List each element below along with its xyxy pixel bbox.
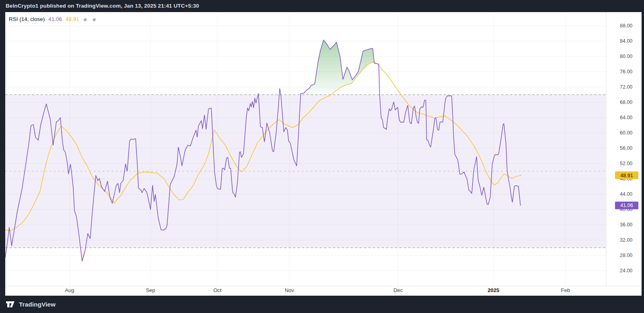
publish-banner: BeInCrypto1 published on TradingView.com…	[0, 0, 644, 12]
y-axis-tick-label: 88.00	[620, 23, 644, 29]
y-axis-tick-label: 64.00	[620, 115, 644, 120]
y-axis-tick-label: 60.00	[620, 130, 644, 136]
x-axis-month-label: Sep	[146, 287, 155, 293]
rsi-last-value: 41.06	[48, 16, 62, 22]
y-axis-tick-label: 44.00	[620, 191, 644, 197]
y-axis-tick-label: 56.00	[620, 145, 644, 151]
price-badge: 48.91	[615, 172, 638, 179]
y-axis-tick-label: 32.00	[620, 237, 644, 243]
y-axis-tick-label: 76.00	[620, 69, 644, 75]
x-axis-month-label: Oct	[213, 287, 221, 293]
x-axis-month-label: Nov	[285, 287, 294, 293]
rsi-plot-area[interactable]	[5, 12, 642, 296]
y-axis-tick-label: 68.00	[620, 99, 644, 105]
indicator-legend: RSI (14, close) 41.06 48.91 ⌀ ⌀	[9, 16, 98, 22]
y-axis-tick-label: 36.00	[620, 222, 644, 228]
y-axis-tick-label: 52.00	[620, 161, 644, 166]
indicator-title: RSI (14, close)	[9, 16, 45, 22]
tradingview-logo-icon[interactable]	[6, 300, 16, 309]
ma-last-value: 48.91	[66, 16, 79, 22]
x-axis-month-label: Feb	[561, 287, 570, 293]
chart-panel[interactable]: RSI (14, close) 41.06 48.91 ⌀ ⌀ 88.0084.…	[5, 12, 642, 296]
y-axis-tick-label: 72.00	[620, 84, 644, 90]
x-axis-month-label: Aug	[65, 287, 74, 293]
hidden-values-icon[interactable]: ⌀ ⌀	[84, 17, 98, 22]
y-axis-tick-label: 80.00	[620, 54, 644, 59]
publish-banner-text: BeInCrypto1 published on TradingView.com…	[6, 3, 199, 9]
y-axis-tick-label: 84.00	[620, 38, 644, 44]
x-axis-month-label: 2025	[488, 287, 500, 293]
y-axis-tick-label: 24.00	[620, 268, 644, 274]
footer-bar: TradingView	[0, 296, 644, 313]
tradingview-wordmark[interactable]: TradingView	[19, 301, 56, 308]
tradingview-published-chart: BeInCrypto1 published on TradingView.com…	[0, 0, 644, 313]
y-axis-tick-label: 28.00	[620, 253, 644, 258]
x-axis-month-label: Dec	[393, 287, 402, 293]
price-badge: 41.06	[615, 201, 638, 209]
